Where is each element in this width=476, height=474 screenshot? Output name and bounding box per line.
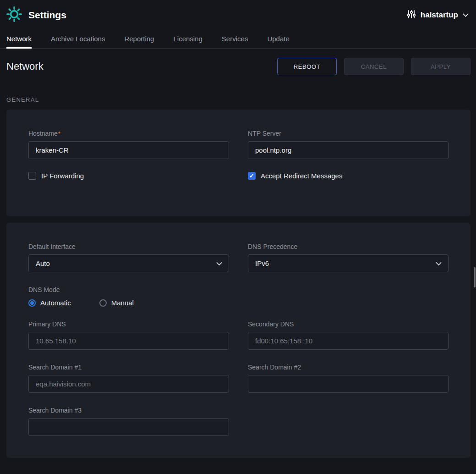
dns-mode-automatic-radio[interactable]: Automatic xyxy=(28,299,71,307)
search-domain-1-field: Search Domain #1 xyxy=(28,364,229,393)
secondary-dns-field: Secondary DNS xyxy=(248,320,449,350)
dns-mode-automatic-label: Automatic xyxy=(40,299,71,307)
checkbox-checked-icon[interactable]: ✓ xyxy=(248,172,256,180)
action-buttons: REBOOT CANCEL APPLY xyxy=(277,58,471,75)
dns-precedence-select[interactable]: IPv6 xyxy=(248,254,449,272)
tab-network[interactable]: Network xyxy=(6,30,32,49)
accept-redirect-label: Accept Redirect Messages xyxy=(261,172,342,180)
reboot-button[interactable]: REBOOT xyxy=(277,58,337,75)
app-title: Settings xyxy=(28,10,66,21)
hostname-field: Hostname* xyxy=(28,130,229,159)
search-domain-3-field: Search Domain #3 xyxy=(28,407,229,436)
default-interface-field: Default Interface Auto xyxy=(28,243,229,272)
primary-dns-label: Primary DNS xyxy=(28,320,229,328)
ntp-server-label: NTP Server xyxy=(248,130,449,137)
settings-tabbar: Network Archive Locations Reporting Lice… xyxy=(0,30,476,49)
ntp-server-input[interactable] xyxy=(248,141,449,159)
required-asterisk: * xyxy=(58,130,60,137)
search-domain-1-label: Search Domain #1 xyxy=(28,364,229,371)
chevron-down-icon xyxy=(216,259,222,267)
default-interface-label: Default Interface xyxy=(28,243,229,250)
ip-forwarding-checkbox[interactable]: IP Forwarding xyxy=(28,172,229,180)
dns-mode-manual-radio[interactable]: Manual xyxy=(99,299,134,307)
secondary-dns-input[interactable] xyxy=(248,332,449,350)
tab-reporting[interactable]: Reporting xyxy=(124,30,154,49)
scrollbar-thumb[interactable] xyxy=(474,267,476,287)
account-name: haistartup xyxy=(421,11,458,20)
account-menu[interactable]: haistartup xyxy=(407,10,469,21)
dns-precedence-label: DNS Precedence xyxy=(248,243,449,250)
apply-button[interactable]: APPLY xyxy=(411,58,471,75)
accept-redirect-checkbox[interactable]: ✓ Accept Redirect Messages xyxy=(248,172,449,180)
tab-licensing[interactable]: Licensing xyxy=(173,30,202,49)
search-domain-2-field: Search Domain #2 xyxy=(248,364,449,393)
dns-precedence-value: IPv6 xyxy=(255,259,269,267)
section-general-label: GENERAL xyxy=(6,96,471,103)
search-domain-2-input[interactable] xyxy=(248,375,449,393)
dns-precedence-field: DNS Precedence IPv6 xyxy=(248,243,449,272)
app-header: Settings haistartup xyxy=(0,0,476,30)
cancel-button[interactable]: CANCEL xyxy=(344,58,404,75)
dns-mode-field: DNS Mode Automatic Manual xyxy=(28,286,449,307)
sliders-icon xyxy=(407,10,416,21)
dns-mode-label: DNS Mode xyxy=(28,286,449,293)
tab-update[interactable]: Update xyxy=(267,30,289,49)
radio-unselected-icon[interactable] xyxy=(99,299,107,307)
hostname-label: Hostname xyxy=(28,130,58,137)
search-domain-1-input[interactable] xyxy=(28,375,229,393)
dns-mode-radio-group: Automatic Manual xyxy=(28,299,449,307)
checkbox-unchecked-icon[interactable] xyxy=(28,172,36,180)
search-domain-3-label: Search Domain #3 xyxy=(28,407,229,414)
dns-mode-manual-label: Manual xyxy=(111,299,134,307)
hostname-input[interactable] xyxy=(28,141,229,159)
default-interface-value: Auto xyxy=(36,259,50,267)
primary-dns-field: Primary DNS xyxy=(28,320,229,350)
brand: Settings xyxy=(6,6,66,24)
page-title: Network xyxy=(6,61,44,72)
gear-icon xyxy=(6,6,22,24)
tab-archive-locations[interactable]: Archive Locations xyxy=(51,30,105,49)
page-head: Network REBOOT CANCEL APPLY xyxy=(6,58,471,75)
search-domain-3-input[interactable] xyxy=(28,418,229,436)
radio-selected-icon[interactable] xyxy=(28,299,36,307)
chevron-down-icon xyxy=(463,11,469,19)
chevron-down-icon xyxy=(436,259,442,267)
primary-dns-input[interactable] xyxy=(28,332,229,350)
tab-services[interactable]: Services xyxy=(222,30,248,49)
secondary-dns-label: Secondary DNS xyxy=(248,320,449,328)
search-domain-2-label: Search Domain #2 xyxy=(248,364,449,371)
ntp-server-field: NTP Server xyxy=(248,130,449,159)
network-dns-card: Default Interface Auto DNS Precedence IP… xyxy=(6,223,471,458)
general-card: Hostname* NTP Server IP Forwarding ✓ Acc… xyxy=(6,110,471,216)
default-interface-select[interactable]: Auto xyxy=(28,254,229,272)
ip-forwarding-label: IP Forwarding xyxy=(41,172,84,180)
